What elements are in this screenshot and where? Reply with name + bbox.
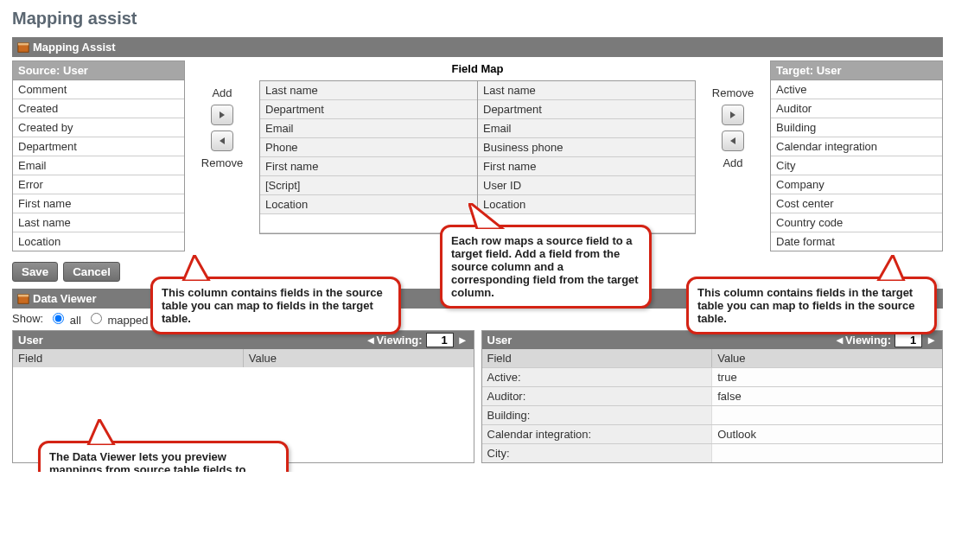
map-row[interactable]: Last name bbox=[260, 81, 477, 100]
add-label: Add bbox=[212, 86, 232, 99]
viewer-next-icon[interactable]: ► bbox=[457, 334, 468, 347]
list-item[interactable]: Created by bbox=[13, 118, 184, 137]
viewer-col-field: Field bbox=[482, 349, 713, 367]
viewer-source-title: User bbox=[18, 334, 43, 347]
map-row[interactable]: First name bbox=[260, 157, 477, 176]
list-item[interactable]: Company bbox=[771, 175, 942, 194]
field-map-title: Field Map bbox=[259, 60, 696, 80]
list-item[interactable]: Last name bbox=[13, 213, 184, 232]
list-item[interactable]: Error bbox=[13, 175, 184, 194]
viewer-next-icon[interactable]: ► bbox=[926, 334, 937, 347]
source-column: Source: User CommentCreatedCreated byDep… bbox=[12, 60, 185, 251]
viewing-label: ◄Viewing: bbox=[834, 334, 891, 347]
list-item[interactable]: Date format bbox=[771, 232, 942, 251]
add-source-button[interactable] bbox=[211, 105, 233, 125]
map-row[interactable]: Email bbox=[478, 119, 695, 138]
table-icon bbox=[17, 293, 29, 305]
viewer-col-value: Value bbox=[244, 349, 474, 367]
source-add-remove-controls: Add Remove bbox=[192, 60, 252, 169]
remove-label-right: Remove bbox=[712, 86, 754, 99]
list-item[interactable]: Email bbox=[13, 156, 184, 175]
viewer-source-page[interactable]: 1 bbox=[426, 333, 454, 347]
target-column: Target: User ActiveAuditorBuildingCalend… bbox=[770, 60, 943, 251]
source-field-list[interactable]: CommentCreatedCreated byDepartmentEmailE… bbox=[12, 80, 185, 251]
page-title: Mapping assist bbox=[12, 9, 943, 29]
viewer-target-title: User bbox=[487, 334, 513, 347]
list-item[interactable]: Cost center bbox=[771, 194, 942, 213]
list-item[interactable]: Comment bbox=[13, 80, 184, 99]
viewing-label: ◄Viewing: bbox=[366, 334, 423, 347]
callout-source: This column contains fields in the sourc… bbox=[150, 277, 401, 334]
remove-label: Remove bbox=[201, 156, 243, 169]
table-icon bbox=[17, 41, 29, 54]
table-row: Auditor:false bbox=[482, 386, 943, 405]
list-item[interactable]: Created bbox=[13, 99, 184, 118]
target-header: Target: User bbox=[770, 60, 943, 80]
viewer-target-page[interactable]: 1 bbox=[895, 333, 922, 347]
viewer-col-value: Value bbox=[712, 349, 942, 367]
data-viewer-header-label: Data Viewer bbox=[33, 292, 96, 305]
map-row[interactable]: Email bbox=[260, 119, 477, 138]
svg-rect-1 bbox=[18, 42, 29, 45]
callout-map: Each row maps a source field to a target… bbox=[440, 225, 652, 309]
show-mapped-option[interactable]: mapped bbox=[86, 310, 149, 327]
callout-viewer: The Data Viewer lets you preview mapping… bbox=[38, 441, 289, 472]
list-item[interactable]: First name bbox=[13, 194, 184, 213]
show-all-option[interactable]: all bbox=[48, 310, 81, 327]
svg-rect-3 bbox=[18, 294, 29, 296]
list-item[interactable]: Active bbox=[771, 80, 942, 99]
list-item[interactable]: Location bbox=[13, 232, 184, 251]
list-item[interactable]: Auditor bbox=[771, 99, 942, 118]
remove-source-button[interactable] bbox=[211, 130, 233, 151]
mapping-assist-header: Mapping Assist bbox=[12, 37, 943, 57]
table-row: City: bbox=[482, 443, 943, 462]
page-wrapper: Mapping assist Mapping Assist Source: Us… bbox=[12, 9, 943, 463]
map-row[interactable]: First name bbox=[478, 157, 695, 176]
mapping-assist-header-label: Mapping Assist bbox=[33, 41, 116, 54]
add-label-right: Add bbox=[723, 156, 742, 169]
cancel-button[interactable]: Cancel bbox=[63, 262, 120, 282]
map-row[interactable]: Department bbox=[260, 100, 477, 119]
show-label: Show: bbox=[12, 312, 43, 325]
callout-target: This column contains fields in the targe… bbox=[686, 277, 937, 334]
list-item[interactable]: City bbox=[771, 156, 942, 175]
viewer-col-field: Field bbox=[13, 349, 244, 367]
list-item[interactable]: Building bbox=[771, 118, 942, 137]
field-map-source-side: Last nameDepartmentEmailPhoneFirst name[… bbox=[260, 81, 477, 233]
table-row: Building: bbox=[482, 405, 943, 424]
map-row[interactable]: [Script] bbox=[260, 176, 477, 195]
add-target-button[interactable] bbox=[722, 130, 744, 151]
target-add-remove-controls: Remove Add bbox=[703, 60, 763, 169]
map-row[interactable]: Last name bbox=[478, 81, 695, 100]
map-row[interactable]: User ID bbox=[478, 176, 695, 195]
map-row[interactable]: Phone bbox=[260, 138, 477, 157]
map-row[interactable]: Location bbox=[260, 195, 477, 214]
map-row[interactable]: Department bbox=[478, 100, 695, 119]
table-row: Calendar integration:Outlook bbox=[482, 424, 943, 443]
map-row[interactable]: Business phone bbox=[478, 138, 695, 157]
remove-target-button[interactable] bbox=[722, 105, 744, 125]
list-item[interactable]: Calendar integration bbox=[771, 137, 942, 156]
source-header: Source: User bbox=[12, 60, 185, 80]
viewer-target-body: Active:trueAuditor:falseBuilding:Calenda… bbox=[482, 367, 943, 462]
target-field-list[interactable]: ActiveAuditorBuildingCalendar integratio… bbox=[770, 80, 943, 251]
list-item[interactable]: Department bbox=[13, 137, 184, 156]
table-row: Active:true bbox=[482, 367, 943, 386]
save-button[interactable]: Save bbox=[12, 262, 58, 282]
list-item[interactable]: Country code bbox=[771, 213, 942, 232]
viewer-table-target: User ◄Viewing: 1 ► Field Value Active:tr… bbox=[481, 330, 944, 463]
